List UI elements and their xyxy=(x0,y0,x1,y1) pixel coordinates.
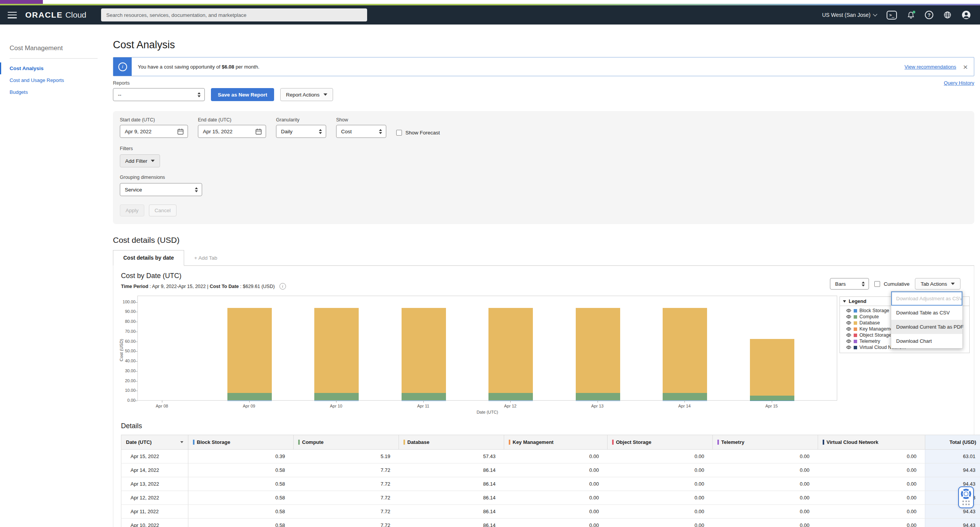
language-globe-icon[interactable] xyxy=(943,11,952,19)
bar-segment-block-storage[interactable] xyxy=(488,401,533,401)
column-color-chip xyxy=(298,440,300,445)
details-heading: Details xyxy=(121,422,974,430)
info-icon[interactable]: i xyxy=(279,283,286,290)
avatar-icon[interactable] xyxy=(962,10,971,20)
top-navigation-bar: ORACLE Cloud US West (San Jose) >_ ? xyxy=(0,5,980,25)
notifications-bell-icon[interactable] xyxy=(907,11,915,19)
brand-cloud: Cloud xyxy=(65,10,87,20)
bar-segment-database[interactable] xyxy=(488,308,533,393)
y-axis-tick-mark xyxy=(135,312,137,312)
menu-item-download-adjustment-as-csv: Download Adjustment as CSV xyxy=(891,291,962,306)
top-decoration-strip xyxy=(0,0,980,5)
menu-item-download-current-tab-as-pdf[interactable]: Download Current Tab as PDF xyxy=(891,320,962,334)
add-filter-button[interactable]: Add Filter xyxy=(120,154,160,167)
close-icon[interactable]: × xyxy=(963,63,968,71)
eye-icon[interactable] xyxy=(846,309,851,313)
save-as-new-report-button[interactable]: Save as New Report xyxy=(211,88,274,101)
bar-segment-compute[interactable] xyxy=(750,396,794,401)
main-content: Cost Analysis i You have a cost saving o… xyxy=(105,25,980,527)
sidebar: Cost Management Cost Analysis Cost and U… xyxy=(0,25,105,527)
y-axis-tick-label: 80.00 xyxy=(118,319,136,324)
eye-icon[interactable] xyxy=(846,339,851,343)
column-header-date-utc[interactable]: Date (UTC) xyxy=(121,435,188,450)
bar-segment-block-storage[interactable] xyxy=(663,401,707,401)
reports-select-value: -- xyxy=(118,92,121,98)
bar-segment-block-storage[interactable] xyxy=(750,401,794,401)
support-widget[interactable] xyxy=(958,486,974,508)
y-axis-tick-label: 20.00 xyxy=(118,378,136,383)
show-select[interactable]: Cost xyxy=(336,125,386,138)
info-icon: i xyxy=(118,62,127,71)
help-icon[interactable]: ? xyxy=(925,11,933,19)
start-date-input[interactable]: Apr 9, 2022 xyxy=(120,125,188,138)
end-date-input[interactable]: Apr 15, 2022 xyxy=(198,125,266,138)
bar-segment-database[interactable] xyxy=(314,308,359,393)
y-axis-tick-label: 60.00 xyxy=(118,339,136,344)
bar-segment-database[interactable] xyxy=(663,308,707,393)
region-selector[interactable]: US West (San Jose) xyxy=(822,12,877,18)
eye-icon[interactable] xyxy=(846,321,851,325)
row-value-cell: 0.58 xyxy=(188,491,294,505)
apply-button[interactable]: Apply xyxy=(120,205,144,216)
eye-icon[interactable] xyxy=(846,327,851,331)
show-forecast-checkbox[interactable] xyxy=(396,130,402,136)
sidebar-item-cost-analysis[interactable]: Cost Analysis xyxy=(0,62,105,74)
bar-segment-block-storage[interactable] xyxy=(402,401,446,401)
grouping-value: Service xyxy=(125,187,142,193)
x-axis-tick-label: Apr 09 xyxy=(234,404,265,408)
eye-icon[interactable] xyxy=(846,345,851,349)
sort-descending-icon[interactable] xyxy=(180,441,183,443)
sidebar-item-cost-and-usage-reports[interactable]: Cost and Usage Reports xyxy=(0,74,105,86)
bar-segment-block-storage[interactable] xyxy=(576,401,620,401)
row-value-cell: 0.00 xyxy=(818,519,925,527)
bar-segment-compute[interactable] xyxy=(663,393,707,401)
menu-item-download-table-as-csv[interactable]: Download Table as CSV xyxy=(891,306,962,320)
bar-segment-compute[interactable] xyxy=(314,393,359,401)
column-color-chip xyxy=(403,440,405,445)
tab-actions-button[interactable]: Tab Actions xyxy=(915,278,960,290)
view-recommendations-link[interactable]: View recommendations xyxy=(905,64,956,70)
dropdown-caret-icon xyxy=(151,160,155,162)
granularity-select[interactable]: Daily xyxy=(276,125,326,138)
row-value-cell: 0.00 xyxy=(818,463,925,477)
reports-select[interactable]: -- xyxy=(113,88,205,101)
bar-segment-database[interactable] xyxy=(576,308,620,393)
bar-segment-block-storage[interactable] xyxy=(314,401,359,401)
bar-segment-compute[interactable] xyxy=(402,393,446,401)
y-axis-tick-mark xyxy=(135,361,137,362)
row-value-cell: 0.58 xyxy=(188,463,294,477)
x-axis-tick-mark xyxy=(423,401,424,403)
bar-segment-database[interactable] xyxy=(227,308,272,393)
oracle-cloud-logo[interactable]: ORACLE Cloud xyxy=(25,10,87,20)
bar-segment-database[interactable] xyxy=(402,308,446,393)
search-input[interactable] xyxy=(101,8,367,21)
tab-cost-details-by-date[interactable]: Cost details by date xyxy=(113,250,184,266)
drag-dots-icon[interactable] xyxy=(962,501,970,505)
collapse-triangle-icon[interactable] xyxy=(843,300,846,303)
cancel-button[interactable]: Cancel xyxy=(149,205,176,216)
eye-icon[interactable] xyxy=(846,315,851,319)
column-header-database: Database xyxy=(399,435,504,450)
eye-icon[interactable] xyxy=(846,333,851,337)
bar-segment-database[interactable] xyxy=(750,339,794,396)
x-axis-tick-mark xyxy=(162,401,162,403)
sidebar-item-budgets[interactable]: Budgets xyxy=(0,86,105,98)
chart-type-select[interactable]: Bars xyxy=(830,278,869,290)
menu-item-download-chart[interactable]: Download Chart xyxy=(891,334,962,348)
bar-segment-block-storage[interactable] xyxy=(227,401,272,401)
cumulative-checkbox[interactable] xyxy=(874,281,880,287)
legend-color-chip xyxy=(854,327,857,331)
row-value-cell: 0.58 xyxy=(188,477,294,491)
bar-segment-compute[interactable] xyxy=(227,393,272,401)
dropdown-caret-icon xyxy=(951,283,955,285)
y-axis-tick-mark xyxy=(135,351,137,352)
menu-icon[interactable] xyxy=(8,12,17,18)
query-history-link[interactable]: Query History xyxy=(944,80,974,86)
dropdown-caret-icon xyxy=(323,93,327,96)
bar-segment-compute[interactable] xyxy=(576,393,620,401)
cloud-shell-icon[interactable]: >_ xyxy=(887,11,897,20)
bar-segment-compute[interactable] xyxy=(488,393,533,401)
grouping-dimensions-select[interactable]: Service xyxy=(120,183,202,196)
report-actions-button[interactable]: Report Actions xyxy=(280,88,333,101)
add-tab-button[interactable]: + Add Tab xyxy=(184,250,227,265)
